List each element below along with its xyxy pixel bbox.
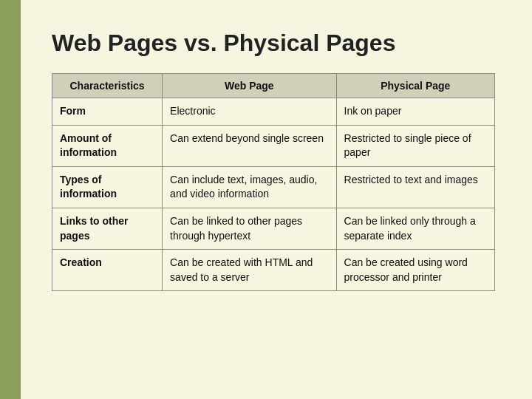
cell-characteristic: Types of information [52, 166, 163, 208]
cell-web-page: Electronic [163, 98, 336, 126]
col-header-characteristics: Characteristics [52, 74, 163, 98]
cell-characteristic: Creation [52, 250, 163, 291]
slide: Web Pages vs. Physical Pages Characteris… [0, 0, 532, 399]
cell-web-page: Can extend beyond single screen [163, 125, 336, 166]
cell-physical-page: Restricted to single piece of paper [336, 125, 494, 166]
cell-characteristic: Amount of information [52, 125, 163, 166]
col-header-web-page: Web Page [163, 74, 336, 98]
cell-characteristic: Form [52, 98, 163, 126]
table-header-row: Characteristics Web Page Physical Page [52, 74, 495, 98]
cell-characteristic: Links to other pages [52, 208, 163, 249]
cell-web-page: Can include text, images, audio, and vid… [163, 166, 336, 208]
cell-web-page: Can be created with HTML and saved to a … [163, 250, 336, 291]
cell-physical-page: Can be created using word processor and … [336, 250, 494, 291]
cell-physical-page: Restricted to text and images [336, 166, 494, 208]
cell-physical-page: Ink on paper [336, 98, 494, 126]
cell-physical-page: Can be linked only through a separate in… [336, 208, 494, 249]
table-row: Amount of informationCan extend beyond s… [52, 125, 495, 166]
table-row: CreationCan be created with HTML and sav… [52, 250, 495, 291]
page-title: Web Pages vs. Physical Pages [52, 30, 495, 57]
col-header-physical-page: Physical Page [336, 74, 494, 98]
table-row: Links to other pagesCan be linked to oth… [52, 208, 495, 249]
comparison-table: Characteristics Web Page Physical Page F… [52, 73, 495, 291]
table-row: Types of informationCan include text, im… [52, 166, 495, 208]
left-accent-bar [0, 0, 21, 399]
table-row: FormElectronicInk on paper [52, 98, 495, 126]
cell-web-page: Can be linked to other pages through hyp… [163, 208, 336, 249]
